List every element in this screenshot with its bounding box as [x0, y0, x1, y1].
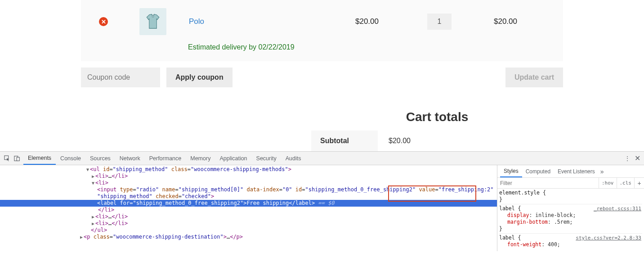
dom-node[interactable]: "shipping_method" checked="checked">: [0, 193, 497, 200]
tab-network[interactable]: Network: [115, 152, 145, 165]
devtools-close-icon[interactable]: ✕: [635, 154, 640, 163]
devtools-panel: Elements Console Sources Network Perform…: [0, 151, 644, 251]
product-thumbnail[interactable]: [139, 8, 166, 35]
css-rules[interactable]: element.style { } _reboot.scss:311 label…: [497, 189, 644, 251]
inspect-icon[interactable]: [4, 155, 11, 162]
dom-node[interactable]: <input type="radio" name="shipping_metho…: [0, 186, 497, 193]
css-rule[interactable]: _reboot.scss:311 label { display: inline…: [499, 205, 642, 234]
line-subtotal: $20.00: [494, 17, 517, 26]
add-rule-button[interactable]: +: [634, 178, 644, 188]
css-rule[interactable]: element.style { }: [499, 190, 642, 204]
svg-rect-2: [17, 157, 19, 161]
dom-node[interactable]: <p class="woocommerce-shipping-destinati…: [0, 234, 497, 240]
cart-actions-row: Apply coupon Update cart: [81, 68, 563, 87]
dom-node-selected[interactable]: <label for="shipping_method_0_free_shipp…: [0, 200, 497, 207]
tab-elements[interactable]: Elements: [23, 152, 56, 165]
product-price: $20.00: [355, 17, 379, 26]
source-link[interactable]: style.css?ver=2.2.8:33: [576, 235, 641, 241]
cls-toggle[interactable]: .cls: [617, 178, 635, 188]
polo-shirt-icon: [143, 12, 163, 32]
quantity-input[interactable]: [427, 14, 452, 30]
dom-node[interactable]: <li>: [0, 180, 497, 186]
styles-more-icon[interactable]: »: [600, 168, 604, 175]
dom-node[interactable]: <ul id="shipping_method" class="woocomme…: [0, 166, 497, 173]
tab-security[interactable]: Security: [252, 152, 281, 165]
tab-memory[interactable]: Memory: [186, 152, 215, 165]
dom-node[interactable]: <li>…</li>: [0, 220, 497, 227]
styles-filter-input[interactable]: [497, 180, 599, 186]
update-cart-button[interactable]: Update cart: [505, 68, 563, 87]
subtotal-value: $20.00: [378, 131, 563, 151]
dom-node[interactable]: <li>…</li>: [0, 173, 497, 180]
source-link[interactable]: _reboot.scss:311: [594, 205, 641, 212]
dom-tree[interactable]: <ul id="shipping_method" class="woocomme…: [0, 165, 497, 251]
hov-toggle[interactable]: :hov: [599, 178, 617, 188]
tab-sources[interactable]: Sources: [85, 152, 115, 165]
devtools-body: <ul id="shipping_method" class="woocomme…: [0, 165, 644, 251]
coupon-code-input[interactable]: [81, 68, 160, 87]
tab-computed[interactable]: Computed: [522, 165, 554, 177]
close-icon: ✕: [101, 19, 106, 25]
cart-totals: Cart totals Subtotal $20.00: [311, 110, 563, 151]
apply-coupon-button[interactable]: Apply coupon: [166, 68, 233, 87]
cart-item-row: ✕ Polo $20.00 $20.00: [81, 0, 563, 43]
tab-application[interactable]: Application: [215, 152, 251, 165]
estimated-delivery: Estimated delivery by 02/22/2019: [81, 43, 563, 61]
subtotal-label: Subtotal: [311, 131, 378, 151]
cart-area: ✕ Polo $20.00 $20.00 Estimated delivery …: [0, 0, 644, 151]
subtotal-row: Subtotal $20.00: [311, 131, 563, 151]
styles-pane: Styles Computed Event Listeners » :hov .…: [497, 165, 644, 251]
tab-event-listeners[interactable]: Event Listeners: [554, 165, 599, 177]
dom-node[interactable]: </li>: [0, 207, 497, 213]
devtools-menu-icon[interactable]: ⋮: [625, 155, 630, 162]
devtools-tabbar: Elements Console Sources Network Perform…: [0, 152, 644, 165]
device-toggle-icon[interactable]: [13, 155, 21, 162]
cart-totals-heading: Cart totals: [311, 110, 563, 124]
tab-audits[interactable]: Audits: [281, 152, 306, 165]
remove-item-button[interactable]: ✕: [99, 17, 108, 26]
product-name-link[interactable]: Polo: [189, 17, 204, 26]
css-rule[interactable]: style.css?ver=2.2.8:33 label { font-weig…: [499, 235, 642, 249]
tab-performance[interactable]: Performance: [145, 152, 186, 165]
dom-node[interactable]: </ul>: [0, 227, 497, 234]
dom-node[interactable]: <li>…</li>: [0, 213, 497, 220]
tab-console[interactable]: Console: [56, 152, 85, 165]
tab-styles[interactable]: Styles: [500, 165, 522, 177]
